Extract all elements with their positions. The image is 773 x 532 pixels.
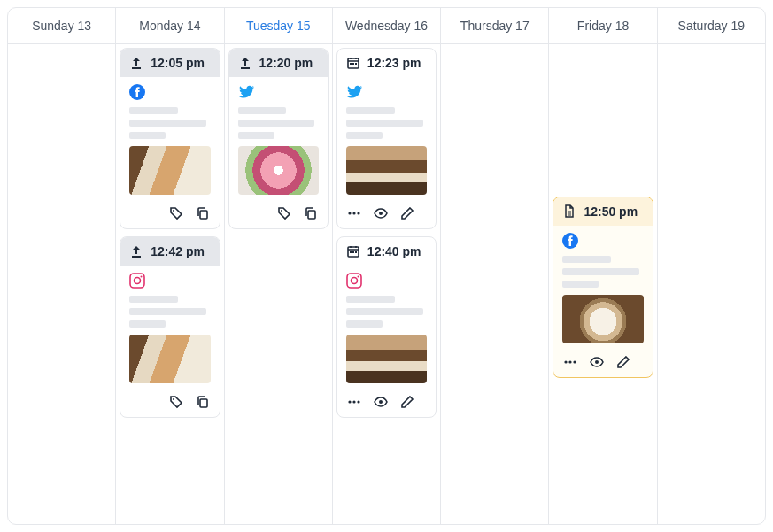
scheduled-icon: [346, 56, 360, 70]
post-text-placeholder: [346, 296, 427, 328]
post-time: 12:40 pm: [367, 244, 421, 258]
tag-icon[interactable]: [168, 394, 184, 410]
post-time: 12:05 pm: [151, 56, 205, 70]
post-time: 12:20 pm: [259, 56, 313, 70]
published-icon: [129, 244, 143, 258]
post-time-header: 12:05 pm: [120, 49, 219, 77]
post-time: 12:23 pm: [367, 56, 421, 70]
instagram-icon: [129, 273, 145, 289]
twitter-icon: [238, 84, 254, 100]
post-time-header: 12:50 pm: [553, 197, 652, 226]
post-text-placeholder: [562, 256, 643, 288]
day-column-saturday: Saturday 19: [658, 8, 765, 524]
day-header[interactable]: Sunday 13: [8, 8, 115, 44]
instagram-icon: [346, 273, 362, 289]
preview-icon[interactable]: [373, 205, 389, 221]
twitter-icon: [346, 84, 362, 100]
post-text-placeholder: [346, 107, 427, 139]
day-body[interactable]: 12:23 pm 12:40 pm: [333, 44, 440, 524]
post-time-header: 12:40 pm: [337, 237, 436, 266]
day-body[interactable]: 12:05 pm 12:42 pm: [116, 44, 223, 524]
day-body[interactable]: [658, 44, 765, 524]
scheduled-icon: [346, 244, 360, 258]
post-card[interactable]: 12:40 pm: [336, 236, 437, 418]
day-column-wednesday: Wednesday 16 12:23 pm: [333, 8, 441, 524]
facebook-icon: [562, 233, 578, 249]
tag-icon[interactable]: [276, 205, 292, 221]
preview-icon[interactable]: [589, 354, 605, 370]
post-text-placeholder: [238, 107, 319, 139]
day-header[interactable]: Friday 18: [549, 8, 656, 44]
preview-icon[interactable]: [373, 394, 389, 410]
day-header[interactable]: Wednesday 16: [333, 8, 440, 44]
post-card[interactable]: 12:42 pm: [120, 236, 220, 418]
post-text-placeholder: [129, 296, 210, 328]
more-icon[interactable]: [346, 205, 362, 221]
post-card[interactable]: 12:05 pm: [120, 48, 220, 229]
post-thumbnail: [562, 295, 643, 343]
day-body[interactable]: 12:20 pm: [225, 44, 332, 524]
edit-icon[interactable]: [615, 354, 631, 370]
calendar-week-view: Sunday 13 Monday 14 12:05 pm: [7, 7, 766, 525]
day-column-sunday: Sunday 13: [8, 8, 116, 524]
facebook-icon: [129, 84, 145, 100]
post-time-header: 12:20 pm: [229, 49, 328, 77]
post-thumbnail: [129, 335, 210, 383]
day-header[interactable]: Tuesday 15: [225, 8, 332, 44]
more-icon[interactable]: [562, 354, 578, 370]
post-thumbnail: [346, 146, 427, 195]
day-header[interactable]: Saturday 19: [658, 8, 765, 44]
post-time: 12:50 pm: [584, 204, 638, 219]
post-card[interactable]: 12:20 pm: [228, 48, 329, 229]
post-card-draft[interactable]: 12:50 pm: [553, 197, 653, 378]
day-header[interactable]: Monday 14: [116, 8, 223, 44]
post-time: 12:42 pm: [151, 244, 205, 258]
post-thumbnail: [238, 146, 319, 195]
day-column-friday: Friday 18 12:50 pm: [549, 8, 657, 524]
post-thumbnail: [129, 146, 210, 195]
day-body[interactable]: [441, 44, 548, 524]
post-time-header: 12:42 pm: [120, 237, 219, 266]
copy-icon[interactable]: [195, 205, 211, 221]
day-column-tuesday: Tuesday 15 12:20 pm: [225, 8, 333, 524]
published-icon: [129, 56, 143, 70]
copy-icon[interactable]: [303, 205, 319, 221]
draft-icon: [562, 204, 576, 219]
day-column-thursday: Thursday 17: [441, 8, 549, 524]
published-icon: [238, 56, 252, 70]
day-column-monday: Monday 14 12:05 pm: [116, 8, 224, 524]
tag-icon[interactable]: [168, 205, 184, 221]
more-icon[interactable]: [346, 394, 362, 410]
day-body[interactable]: 12:50 pm: [549, 44, 656, 524]
copy-icon[interactable]: [195, 394, 211, 410]
post-thumbnail: [346, 335, 427, 383]
post-time-header: 12:23 pm: [337, 49, 436, 77]
post-text-placeholder: [129, 107, 210, 139]
post-card[interactable]: 12:23 pm: [336, 48, 437, 229]
edit-icon[interactable]: [399, 205, 415, 221]
edit-icon[interactable]: [399, 394, 415, 410]
day-body[interactable]: [8, 44, 115, 524]
day-header[interactable]: Thursday 17: [441, 8, 548, 44]
